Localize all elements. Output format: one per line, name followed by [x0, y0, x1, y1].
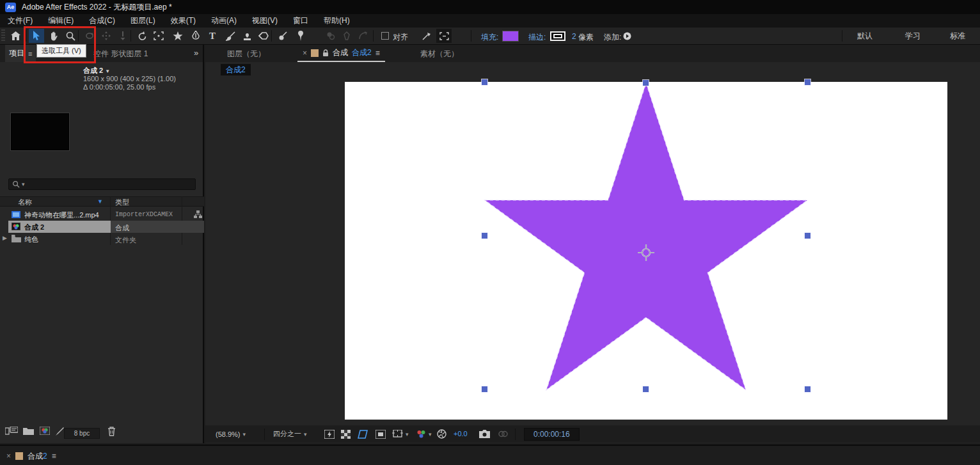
resolution-dropdown[interactable]: 四分之一▾: [273, 425, 307, 443]
mask-visibility-icon[interactable]: [358, 425, 368, 443]
stroke-label[interactable]: 描边:: [528, 32, 546, 43]
handle-top-right[interactable]: [805, 79, 810, 85]
project-row-folder[interactable]: ▶ 纯色 文件夹: [0, 233, 204, 245]
magnification-dropdown[interactable]: (58.9%)▾: [216, 425, 246, 443]
menu-composition[interactable]: 合成(C): [81, 14, 123, 28]
workspace-standard[interactable]: 标准: [950, 28, 965, 44]
handle-top-left[interactable]: [482, 79, 487, 85]
fast-preview-icon[interactable]: [324, 425, 335, 443]
pen-tool-icon[interactable]: [188, 29, 203, 43]
menu-help[interactable]: 帮助(H): [316, 14, 358, 28]
exposure-shutter-icon[interactable]: [437, 425, 447, 443]
puppet-overlap-tool-icon: [323, 29, 338, 43]
interpret-footage-icon[interactable]: [5, 427, 18, 436]
snapshot-camera-icon[interactable]: [479, 425, 490, 443]
handle-middle-left[interactable]: [482, 233, 487, 239]
timeline-comp-color-swatch: [15, 452, 23, 460]
handle-bottom-center[interactable]: [643, 386, 649, 392]
handle-bottom-left[interactable]: [482, 386, 487, 392]
type-tool-icon[interactable]: T: [205, 29, 220, 43]
purple-star: [485, 83, 807, 390]
column-type[interactable]: 类型: [115, 198, 129, 207]
shape-tool-icon[interactable]: [170, 29, 186, 43]
roto-brush-tool-icon[interactable]: [275, 29, 290, 43]
region-of-interest-icon[interactable]: [375, 425, 386, 443]
clone-stamp-tool-icon[interactable]: [239, 29, 255, 43]
delete-trash-icon[interactable]: [107, 427, 116, 436]
info-duration: Δ 0:00:05:00, 25.00 fps: [83, 83, 155, 91]
stroke-color-swatch[interactable]: [550, 31, 565, 41]
timeline-tab-composition[interactable]: × 合成2 ≡: [6, 448, 56, 464]
new-folder-icon[interactable]: [23, 427, 34, 435]
viewer-panel-menu-icon[interactable]: ≡: [375, 49, 380, 58]
viewer-tabstrip: 图层（无） × 合成 合成2 ≡ 素材（无）: [205, 45, 980, 62]
workspace-default[interactable]: 默认: [857, 28, 873, 44]
project-row-footage[interactable]: 神奇动物在哪里...2.mp4 ImporterXDCAMEX: [0, 209, 204, 221]
tab-project[interactable]: 项目 ≡: [5, 45, 36, 62]
toolbar-grip[interactable]: [1, 29, 5, 42]
puppet-pin-tool-icon[interactable]: [293, 29, 308, 43]
panel-menu-icon[interactable]: ≡: [28, 50, 32, 58]
tab-effect-controls[interactable]: 控件 形状图层 1: [93, 49, 148, 59]
pan-behind-tool-icon[interactable]: [151, 29, 166, 43]
composition-name: 合成 2: [24, 223, 44, 232]
handle-bottom-right[interactable]: [805, 386, 810, 392]
menu-effect[interactable]: 效果(T): [163, 14, 203, 28]
folder-type: 文件夹: [115, 235, 136, 245]
snap-tool-icon[interactable]: [419, 29, 434, 43]
search-options-chevron-icon[interactable]: ▾: [22, 181, 25, 187]
menu-edit[interactable]: 编辑(E): [40, 14, 81, 28]
timeline-panel: × 合成2 ≡: [0, 445, 980, 465]
project-search-input[interactable]: ▾: [8, 178, 196, 190]
composition-viewer-panel: 图层（无） × 合成 合成2 ≡ 素材（无） 合成2: [205, 45, 980, 443]
exposure-value[interactable]: +0.0: [454, 430, 468, 437]
handle-middle-right[interactable]: [805, 233, 810, 239]
add-menu-icon[interactable]: [619, 29, 635, 43]
brush-tool-icon[interactable]: [223, 29, 238, 43]
bpc-button[interactable]: 8 bpc: [64, 428, 100, 439]
timeline-tab-close-icon[interactable]: ×: [6, 452, 11, 461]
new-composition-icon[interactable]: [40, 427, 50, 435]
menu-layer[interactable]: 图层(L): [123, 14, 163, 28]
preview-time-indicator[interactable]: 0:00:00:16: [524, 425, 580, 443]
snap-options-icon[interactable]: [436, 29, 452, 43]
folder-expand-chevron-icon[interactable]: ▶: [3, 235, 7, 241]
tab-close-icon[interactable]: ×: [303, 49, 307, 58]
workspace-learn[interactable]: 学习: [905, 28, 921, 44]
selection-tool-icon[interactable]: [29, 29, 44, 43]
menu-window[interactable]: 窗口: [285, 14, 316, 28]
rotation-tool-icon[interactable]: [134, 29, 150, 43]
transparency-grid-icon[interactable]: [341, 425, 351, 443]
window-title: Adobe After Effects 2022 - 无标题项目.aep *: [22, 2, 172, 13]
timeline-panel-menu-icon[interactable]: ≡: [52, 452, 56, 461]
folder-name: 纯色: [24, 235, 38, 244]
handle-top-center[interactable]: [643, 80, 649, 86]
stroke-width-value[interactable]: 2: [572, 32, 576, 41]
color-depth-icon[interactable]: [55, 427, 64, 436]
composition-canvas[interactable]: [345, 82, 947, 420]
column-name[interactable]: 名称: [18, 198, 32, 207]
zoom-tool-icon[interactable]: [63, 29, 78, 43]
home-tool-icon[interactable]: [8, 29, 23, 43]
tab-composition-active[interactable]: × 合成 合成2 ≡: [297, 45, 385, 62]
eraser-tool-icon[interactable]: [256, 29, 271, 43]
star-shape-layer[interactable]: [345, 82, 947, 420]
fill-label[interactable]: 填充:: [481, 32, 498, 43]
after-effects-window: Ae Adobe After Effects 2022 - 无标题项目.aep …: [0, 0, 980, 465]
sort-descending-icon[interactable]: ▼: [97, 198, 103, 205]
project-row-composition[interactable]: 合成 2 合成: [0, 221, 204, 233]
tab-overflow-chevron-icon[interactable]: »: [194, 48, 198, 58]
tab-layer[interactable]: 图层（无）: [227, 49, 265, 59]
fill-color-swatch[interactable]: [503, 31, 518, 41]
lock-icon[interactable]: [322, 49, 329, 57]
grid-guides-options-icon[interactable]: ▾: [392, 425, 409, 443]
comp-selector-button[interactable]: 合成2: [221, 64, 251, 75]
show-channel-icon[interactable]: ▾: [416, 425, 432, 443]
timeline-tab-label: 合成2: [28, 451, 47, 462]
menu-animation[interactable]: 动画(A): [203, 14, 244, 28]
align-checkbox[interactable]: [381, 32, 389, 40]
menu-view[interactable]: 视图(V): [244, 14, 285, 28]
menu-file[interactable]: 文件(F): [0, 14, 40, 28]
tab-footage[interactable]: 素材（无）: [420, 49, 459, 59]
hand-tool-icon[interactable]: [46, 29, 61, 43]
